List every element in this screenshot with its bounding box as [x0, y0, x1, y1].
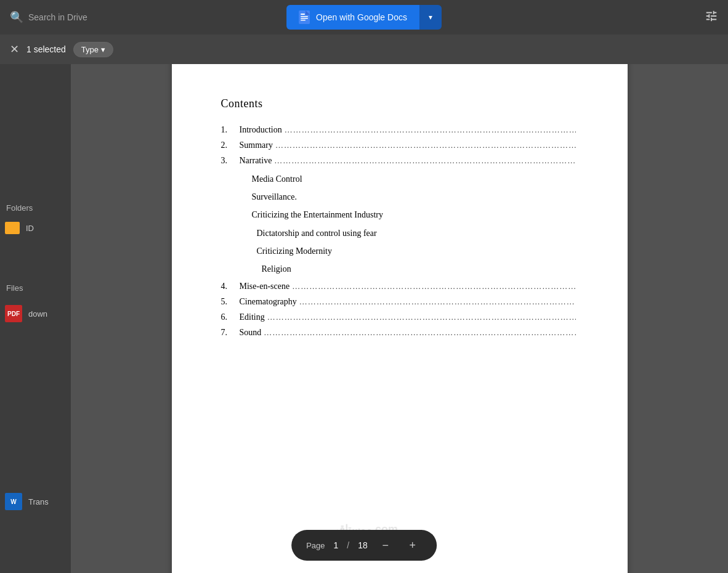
- toc-text-6: Editing: [240, 312, 265, 322]
- sub-item-2: Surveillance.: [252, 189, 578, 205]
- zoom-in-button[interactable]: +: [403, 536, 422, 555]
- document-page: Contents 1. Introduction …………………………………………: [172, 48, 628, 573]
- sub-item-3: Criticizing the Entertainment Industry: [252, 207, 578, 222]
- sub-item-6: Religion: [262, 261, 578, 277]
- page-separator: /: [347, 540, 349, 550]
- type-filter-label: Type: [81, 45, 99, 54]
- sub-item-1: Media Control: [252, 171, 578, 187]
- docs-icon: [299, 10, 310, 24]
- zoom-out-button[interactable]: −: [376, 536, 395, 555]
- file1-name: down: [28, 309, 47, 319]
- document-overlay: Contents 1. Introduction …………………………………………: [71, 42, 728, 573]
- toc-dots-3: ……………………………………………………………………………………………………………: [274, 156, 575, 166]
- toc-item-7: 7. Sound ……………………………………………………………………………………: [221, 328, 578, 338]
- toc-text-7: Sound: [240, 328, 262, 338]
- toc-dots-4: ……………………………………………………………………………………………………….: [292, 282, 575, 292]
- svg-rect-1: [301, 14, 305, 15]
- folder-item-label: ID: [26, 224, 34, 233]
- page-nav-bar: Page 1 / 18 − +: [291, 530, 437, 561]
- type-filter-arrow: ▾: [101, 45, 105, 54]
- toc-dots-5: ………………………………………………………………………………………………….: [299, 297, 576, 307]
- svg-rect-3: [301, 18, 308, 19]
- toc-item-3: 3. Narrative …………………………………………………………………………: [221, 156, 578, 166]
- top-bar: 🔍 Search in Drive Open with Google Docs …: [0, 0, 728, 35]
- svg-rect-4: [301, 20, 305, 21]
- toc-text-4: Mise-en-scene: [240, 282, 290, 291]
- sub-item-4: Dictatorship and control using fear: [257, 226, 578, 241]
- word-icon: W: [5, 493, 22, 510]
- svg-rect-2: [301, 16, 308, 17]
- toc-num-6: 6.: [221, 312, 240, 322]
- sub-item-5: Criticizing Modernity: [257, 243, 578, 259]
- toc-text-2: Summary: [240, 140, 273, 150]
- toc-num-4: 4.: [221, 282, 240, 291]
- search-placeholder: Search in Drive: [28, 12, 87, 22]
- toc-dots-6: ……………………………………………………………………………………………………………: [267, 312, 576, 323]
- toc-text-3: Narrative: [240, 156, 272, 166]
- close-icon[interactable]: ✕: [10, 43, 19, 56]
- current-page: 1: [334, 540, 339, 550]
- toc-num-7: 7.: [221, 328, 240, 338]
- toc-item-6: 6. Editing ………………………………………………………………………………: [221, 312, 578, 323]
- open-button-label: Open with Google Docs: [316, 12, 407, 22]
- toc-item-2: 2. Summary ………………………………………………………………………………: [221, 140, 578, 151]
- search-icon: 🔍: [10, 10, 23, 24]
- toc-dots-2: ……………………………………………………………………………………………………………: [275, 140, 576, 151]
- toc-text-5: Cinematography: [240, 297, 297, 307]
- document-title: Contents: [221, 97, 578, 110]
- toc-text-1: Introduction: [240, 125, 282, 135]
- chevron-down-icon: ▾: [429, 13, 432, 22]
- page-label: Page: [306, 541, 325, 550]
- toc-dots-1: ……………………………………………………………………………………………………………: [285, 125, 576, 136]
- open-button-dropdown[interactable]: ▾: [419, 5, 442, 30]
- type-filter-button[interactable]: Type ▾: [73, 42, 113, 57]
- zoom-out-icon: −: [382, 539, 389, 552]
- toc-num-5: 5.: [221, 297, 240, 307]
- toc-item-1: 1. Introduction …………………………………………………………………: [221, 125, 578, 136]
- files-label: Files: [6, 283, 23, 293]
- zoom-in-icon: +: [410, 539, 416, 552]
- filter-icon[interactable]: [705, 9, 718, 26]
- file-item-1: PDF down: [5, 305, 47, 322]
- file-item-2: W Trans: [5, 493, 49, 510]
- folders-label: Folders: [6, 203, 33, 213]
- toc-item-5: 5. Cinematography ……………………………………………………………: [221, 297, 578, 307]
- toc-num-1: 1.: [221, 125, 240, 135]
- filter-sliders-icon: [705, 9, 718, 23]
- folder-item: ID: [5, 222, 34, 234]
- toc-num-3: 3.: [221, 156, 240, 166]
- toc-item-4: 4. Mise-en-scene ………………………………………………………………: [221, 282, 578, 292]
- selection-bar: ✕ 1 selected Type ▾: [0, 35, 728, 64]
- open-button-group[interactable]: Open with Google Docs ▾: [286, 5, 442, 30]
- toc-num-2: 2.: [221, 140, 240, 150]
- svg-rect-0: [299, 10, 310, 24]
- total-pages: 18: [358, 540, 368, 550]
- selection-count: 1 selected: [26, 44, 66, 54]
- open-with-docs-button[interactable]: Open with Google Docs: [286, 5, 419, 30]
- file2-name: Trans: [28, 497, 49, 506]
- search-area: 🔍 Search in Drive: [10, 10, 87, 24]
- pdf-icon: PDF: [5, 305, 22, 322]
- toc-dots-7: ……………………………………………………………………………………………………………: [264, 328, 575, 338]
